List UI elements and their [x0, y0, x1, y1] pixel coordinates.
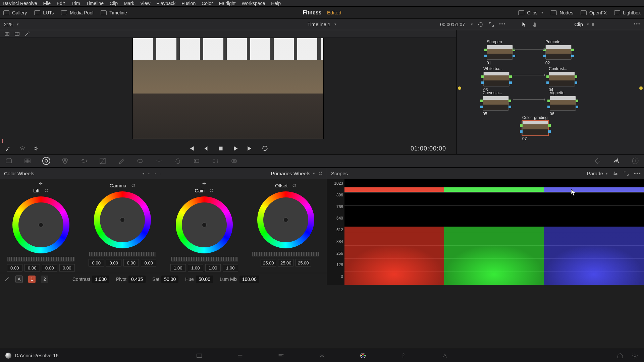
node-06[interactable]: Vignette 06 [550, 90, 576, 116]
zoom-dropdown[interactable]: 21%▾ [4, 22, 19, 27]
picker-icon[interactable]: ✛ [202, 181, 206, 186]
info-icon[interactable]: i [631, 157, 639, 165]
parade-scope[interactable] [344, 179, 644, 285]
param-lum-mix[interactable]: Lum Mix100.00 [220, 276, 259, 283]
reset-icon[interactable]: ↺ [209, 187, 214, 194]
wheel-value[interactable]: 25.00 [296, 259, 311, 266]
wheel-value[interactable]: 0.00 [59, 264, 75, 272]
step-back-button[interactable] [202, 145, 210, 152]
page-1-button[interactable]: 1 [28, 276, 36, 283]
node-thumb[interactable] [483, 72, 509, 86]
menu-fairlight[interactable]: Fairlight [219, 1, 236, 6]
fusion-page-icon[interactable] [318, 352, 326, 359]
param-value[interactable]: 50.00 [161, 276, 178, 283]
edit-page-icon[interactable] [277, 352, 285, 359]
wheel-value[interactable]: 0.00 [42, 264, 57, 272]
stop-button[interactable] [217, 145, 224, 152]
hand-icon[interactable] [532, 21, 538, 27]
color-match-icon[interactable] [23, 157, 32, 165]
param-value[interactable]: 1.000 [92, 276, 109, 283]
wheel-value[interactable]: 0.00 [106, 259, 121, 266]
color-wheel[interactable] [257, 191, 314, 248]
node-04[interactable]: Contrast... 04 [549, 66, 575, 92]
page-2-button[interactable]: 2 [41, 276, 48, 283]
wheel-value[interactable]: 0.00 [123, 259, 139, 266]
fairlight-page-icon[interactable] [400, 352, 408, 359]
graph-input[interactable] [458, 86, 461, 90]
node-thumb[interactable] [549, 72, 575, 86]
menu-timeline[interactable]: Timeline [86, 1, 104, 6]
sound-icon[interactable] [33, 145, 39, 152]
viewer[interactable] [0, 38, 456, 139]
wheel-knob[interactable] [202, 223, 206, 227]
node-thumb[interactable] [483, 96, 509, 111]
menu-file[interactable]: File [43, 1, 51, 6]
lightbox-button[interactable]: Lightbox [614, 10, 641, 15]
nodes-button[interactable]: Nodes [551, 10, 573, 15]
color-wheel[interactable] [176, 196, 233, 253]
menu-trim[interactable]: Trim [71, 1, 80, 6]
timeline-name-dropdown[interactable]: Timeline 1▾ [308, 21, 337, 27]
param-sat[interactable]: Sat50.00 [152, 276, 178, 283]
window-icon[interactable] [136, 157, 144, 165]
eyedropper-icon[interactable] [5, 145, 11, 152]
wheel-knob[interactable] [284, 218, 288, 222]
qualifier-icon[interactable] [117, 157, 125, 165]
camera-raw-icon[interactable] [5, 157, 13, 165]
menu-view[interactable]: View [140, 1, 150, 6]
more-icon[interactable]: ••• [499, 21, 505, 27]
wheel-value[interactable]: 1.00 [188, 264, 203, 272]
scrub-bar[interactable] [0, 139, 456, 143]
project-settings-icon[interactable] [631, 352, 639, 359]
wheel-knob[interactable] [39, 223, 43, 227]
rgb-mixer-icon[interactable] [61, 157, 69, 165]
node-scope-dropdown[interactable]: Clip▾ [574, 21, 594, 27]
wheel-value[interactable]: 1.00 [223, 264, 238, 272]
picker-icon[interactable]: ✛ [39, 181, 43, 186]
node-05[interactable]: Curves a... 05 [483, 90, 509, 116]
sizing-icon[interactable] [211, 157, 219, 165]
wheels-mode-dropdown[interactable]: Primaries Wheels▾ [271, 171, 315, 176]
scopes-icon[interactable] [612, 157, 621, 165]
next-clip-button[interactable] [247, 145, 254, 152]
expand-scope-icon[interactable] [623, 170, 629, 176]
wheel-knob[interactable] [120, 218, 124, 222]
blur-icon[interactable] [174, 157, 182, 165]
wheel-value[interactable]: 1.00 [205, 264, 221, 272]
clips-button[interactable]: Clips▾ [518, 10, 543, 15]
play-button[interactable] [232, 145, 239, 152]
prev-clip-button[interactable] [187, 145, 195, 152]
source-timecode[interactable]: 00:00:51:07 [440, 22, 465, 27]
menu-workspace[interactable]: Workspace [241, 1, 265, 6]
pointer-icon[interactable] [521, 21, 527, 27]
node-thumb[interactable] [522, 121, 548, 135]
settings-icon[interactable] [612, 170, 619, 176]
tracking-icon[interactable] [155, 157, 163, 165]
node-07[interactable]: Color_grading 07 [522, 115, 548, 141]
menu-clip[interactable]: Clip [110, 1, 118, 6]
param-contrast[interactable]: Contrast1.000 [72, 276, 109, 283]
node-thumb[interactable] [545, 45, 572, 60]
layers-icon[interactable] [19, 145, 25, 152]
reset-icon[interactable]: ↺ [44, 187, 49, 194]
auto-icon[interactable]: A [15, 276, 23, 283]
page-dots[interactable]: ● ○ ○ ○ [143, 172, 163, 175]
deliver-page-icon[interactable] [441, 352, 448, 359]
motion-effects-icon[interactable] [80, 157, 88, 165]
node-01[interactable]: Sharpen 01 [487, 40, 513, 65]
split-icon[interactable] [14, 31, 20, 37]
menu-color[interactable]: Color [202, 1, 213, 6]
luts-button[interactable]: LUTs [34, 10, 54, 15]
node-graph[interactable]: Sharpen 01Primarie... 02White ba... 03Co… [456, 30, 644, 154]
key-icon[interactable] [193, 157, 201, 165]
wheel-value[interactable]: 0.00 [24, 264, 40, 272]
wheel-value[interactable]: 25.00 [261, 259, 276, 266]
menu-help[interactable]: Help [271, 1, 281, 6]
magic-wand-icon[interactable] [24, 31, 30, 37]
color-page-icon[interactable] [359, 352, 367, 359]
curves-icon[interactable] [99, 157, 107, 165]
auto-balance-icon[interactable] [4, 276, 10, 282]
reset-icon[interactable]: ↺ [131, 182, 136, 189]
keyframes-icon[interactable] [594, 157, 602, 165]
menu-davinci[interactable]: DaVinci Resolve [3, 1, 37, 6]
